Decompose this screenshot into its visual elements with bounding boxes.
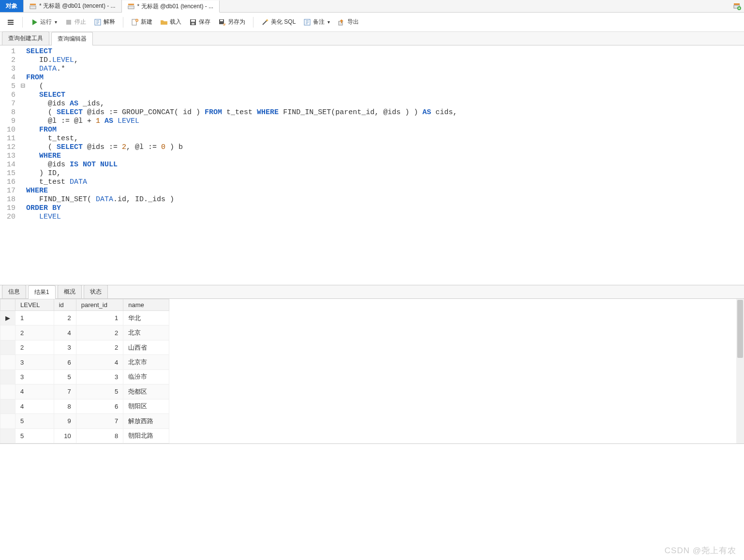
column-header[interactable]: parent_id <box>76 299 123 311</box>
cell[interactable]: 华北 <box>123 311 169 325</box>
column-header[interactable]: LEVEL <box>15 299 54 311</box>
table-row[interactable]: 353临汾市 <box>0 369 169 384</box>
scrollbar-thumb[interactable] <box>737 300 743 358</box>
cell[interactable]: 5 <box>15 414 54 428</box>
vertical-scrollbar[interactable] <box>736 299 744 443</box>
cell[interactable]: 6 <box>76 399 123 413</box>
code-line[interactable]: t_test DATA <box>26 178 744 187</box>
stop-button[interactable]: 停止 <box>62 16 89 28</box>
cell[interactable]: 1 <box>76 311 123 325</box>
tab-profile[interactable]: 概况 <box>58 285 82 298</box>
code-line[interactable]: ( <box>26 82 744 91</box>
cell[interactable]: 2 <box>15 325 54 340</box>
code-line[interactable]: SELECT <box>26 91 744 100</box>
separator <box>253 17 253 28</box>
code-line[interactable]: @l := @l + 1 AS LEVEL <box>26 117 744 126</box>
tab-status[interactable]: 状态 <box>84 285 108 298</box>
cell[interactable]: 5 <box>15 428 54 443</box>
code-line[interactable]: t_test, <box>26 134 744 143</box>
cell[interactable]: 6 <box>54 355 76 369</box>
code-line[interactable]: WHERE <box>26 152 744 161</box>
menu-button[interactable] <box>4 16 17 28</box>
cell[interactable]: 2 <box>76 340 123 354</box>
cell[interactable]: 朝阳北路 <box>123 428 169 443</box>
cell[interactable]: 8 <box>54 399 76 413</box>
code-line[interactable]: ( SELECT @ids := GROUP_CONCAT( id ) FROM… <box>26 108 744 117</box>
cell[interactable]: 3 <box>54 340 76 354</box>
cell[interactable]: 山西省 <box>123 340 169 354</box>
export-label: 导出 <box>347 18 359 26</box>
new-tab-plus-icon[interactable] <box>730 0 744 12</box>
cell[interactable]: 4 <box>76 355 123 369</box>
code-line[interactable]: DATA.* <box>26 65 744 74</box>
table-row[interactable]: 364北京市 <box>0 355 169 369</box>
cell[interactable]: 3 <box>15 355 54 369</box>
tab-query-1[interactable]: * 无标题 @db01 (tencent) - ... <box>24 0 122 12</box>
result-grid[interactable]: LEVELidparent_idname ▶121华北242北京232山西省36… <box>0 299 169 443</box>
tab-object[interactable]: 对象 <box>0 0 24 12</box>
code-line[interactable]: FROM <box>26 126 744 134</box>
column-header[interactable]: id <box>54 299 76 311</box>
code-line[interactable]: ) ID, <box>26 169 744 178</box>
cell[interactable]: 北京市 <box>123 355 169 369</box>
cell[interactable]: 3 <box>76 369 123 384</box>
cell[interactable]: 1 <box>15 311 54 325</box>
new-button[interactable]: 新建 <box>128 16 155 28</box>
cell[interactable]: 2 <box>15 340 54 354</box>
cell[interactable]: 朝阳区 <box>123 399 169 413</box>
table-row[interactable]: 475尧都区 <box>0 384 169 399</box>
export-button[interactable]: 导出 <box>335 16 362 28</box>
code-line[interactable]: WHERE <box>26 187 744 195</box>
cell[interactable]: 4 <box>54 325 76 340</box>
cell[interactable]: 临汾市 <box>123 369 169 384</box>
svg-rect-0 <box>30 3 36 5</box>
run-button[interactable]: 运行▾ <box>28 16 60 28</box>
code-line[interactable]: ORDER BY <box>26 204 744 213</box>
table-row[interactable]: 242北京 <box>0 325 169 340</box>
tab-info[interactable]: 信息 <box>2 285 26 298</box>
cell[interactable]: 7 <box>76 414 123 428</box>
note-button[interactable]: 备注▾ <box>300 16 333 28</box>
tab-query-2[interactable]: * 无标题 @db01 (tencent) - ... <box>122 0 220 13</box>
fold-icon[interactable]: ⊟ <box>19 82 26 91</box>
cell[interactable]: 2 <box>54 311 76 325</box>
code-line[interactable]: @ids AS _ids, <box>26 100 744 108</box>
line-number: 5 <box>0 82 19 91</box>
load-button[interactable]: 载入 <box>157 16 184 28</box>
table-row[interactable]: 5108朝阳北路 <box>0 428 169 443</box>
cell[interactable]: 2 <box>76 325 123 340</box>
cell[interactable]: 8 <box>76 428 123 443</box>
column-header[interactable]: name <box>123 299 169 311</box>
code-line[interactable]: ID.LEVEL, <box>26 56 744 65</box>
cell[interactable]: 解放西路 <box>123 414 169 428</box>
table-row[interactable]: 232山西省 <box>0 340 169 354</box>
code-line[interactable]: FROM <box>26 74 744 82</box>
cell[interactable]: 10 <box>54 428 76 443</box>
tab-query-editor[interactable]: 查询编辑器 <box>51 32 93 45</box>
code-line[interactable]: @ids IS NOT NULL <box>26 161 744 169</box>
code-line[interactable]: SELECT <box>26 47 744 56</box>
cell[interactable]: 3 <box>15 369 54 384</box>
code-line[interactable]: ( SELECT @ids := 2, @l := 0 ) b <box>26 143 744 152</box>
beautify-button[interactable]: 美化 SQL <box>258 16 298 28</box>
cell[interactable]: 9 <box>54 414 76 428</box>
table-row[interactable]: 486朝阳区 <box>0 399 169 413</box>
cell[interactable]: 4 <box>15 399 54 413</box>
svg-rect-4 <box>734 3 740 5</box>
save-button[interactable]: 保存 <box>186 16 213 28</box>
code-line[interactable]: LEVEL <box>26 213 744 221</box>
save-as-button[interactable]: 另存为 <box>215 16 248 28</box>
explain-button[interactable]: 解释 <box>91 16 118 28</box>
table-row[interactable]: ▶121华北 <box>0 311 169 325</box>
cell[interactable]: 5 <box>76 384 123 399</box>
cell[interactable]: 7 <box>54 384 76 399</box>
cell[interactable]: 4 <box>15 384 54 399</box>
table-row[interactable]: 597解放西路 <box>0 414 169 428</box>
code-line[interactable]: FIND_IN_SET( DATA.id, ID._ids ) <box>26 195 744 204</box>
cell[interactable]: 尧都区 <box>123 384 169 399</box>
sql-editor[interactable]: 1SELECT2 ID.LEVEL,3 DATA.*4FROM5⊟ (6 SEL… <box>0 45 744 285</box>
tab-query-builder[interactable]: 查询创建工具 <box>2 31 49 45</box>
tab-result1[interactable]: 结果1 <box>28 285 56 299</box>
cell[interactable]: 北京 <box>123 325 169 340</box>
cell[interactable]: 5 <box>54 369 76 384</box>
